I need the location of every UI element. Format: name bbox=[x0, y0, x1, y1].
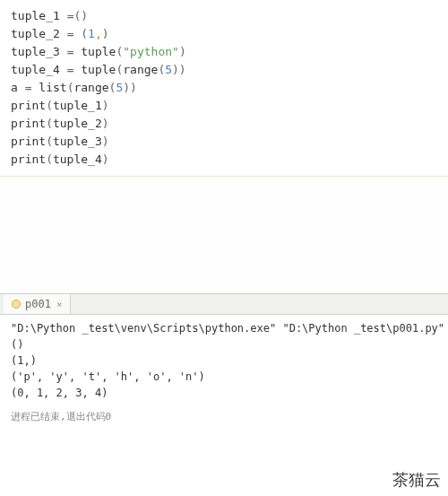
code-line[interactable]: print(tuple_1) bbox=[11, 97, 437, 115]
process-status: 进程已结束,退出代码0 bbox=[0, 406, 448, 427]
console-line: () bbox=[11, 336, 437, 352]
console-output[interactable]: "D:\Python _test\venv\Scripts\python.exe… bbox=[0, 315, 448, 406]
run-tab[interactable]: p001 × bbox=[4, 294, 71, 314]
editor-empty-space bbox=[0, 177, 448, 293]
code-line[interactable]: print(tuple_4) bbox=[11, 151, 437, 169]
tab-label: p001 bbox=[25, 298, 51, 310]
code-line[interactable]: tuple_2 = (1,) bbox=[11, 25, 437, 43]
run-tab-bar: p001 × bbox=[0, 293, 448, 315]
code-line[interactable]: tuple_4 = tuple(range(5)) bbox=[11, 61, 437, 79]
watermark-text: 茶猫云 bbox=[392, 469, 441, 491]
code-line[interactable]: tuple_3 = tuple("python") bbox=[11, 43, 437, 61]
console-line: (0, 1, 2, 3, 4) bbox=[11, 385, 437, 401]
console-line: (1,) bbox=[11, 352, 437, 369]
python-file-icon bbox=[11, 299, 22, 309]
code-line[interactable]: print(tuple_2) bbox=[11, 115, 437, 133]
code-editor[interactable]: tuple_1 =()tuple_2 = (1,)tuple_3 = tuple… bbox=[0, 0, 448, 177]
close-icon[interactable]: × bbox=[56, 299, 63, 310]
code-line[interactable]: a = list(range(5)) bbox=[11, 79, 437, 97]
console-line: "D:\Python _test\venv\Scripts\python.exe… bbox=[11, 320, 437, 336]
code-line[interactable]: print(tuple_3) bbox=[11, 133, 437, 151]
console-line: ('p', 'y', 't', 'h', 'o', 'n') bbox=[11, 369, 437, 385]
code-line[interactable]: tuple_1 =() bbox=[11, 7, 437, 25]
